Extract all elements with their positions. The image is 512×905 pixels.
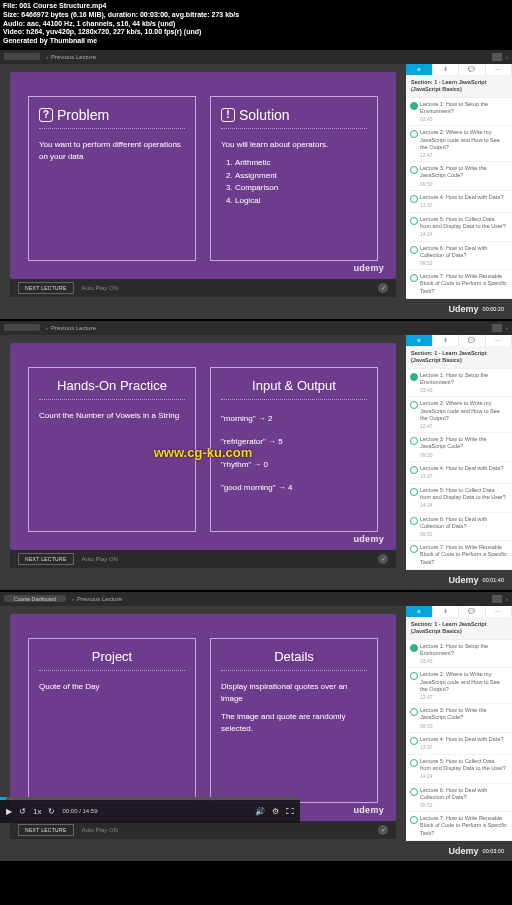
chevron-right-icon[interactable]: › bbox=[506, 54, 508, 60]
panel-tabs: ≡ ⬇ 💬 ⋯ bbox=[406, 335, 512, 346]
tab-curriculum[interactable]: ≡ bbox=[406, 64, 433, 75]
lecture-item[interactable]: Lecture 1: How to Setup the Environment?… bbox=[406, 98, 512, 127]
volume-icon[interactable]: 🔊 bbox=[255, 807, 265, 816]
lecture-item[interactable]: Lecture 7: How to Write Reusable Block o… bbox=[406, 541, 512, 569]
lecture-title: Lecture 1: How to Setup the Environment? bbox=[420, 101, 507, 115]
card-title: Hands-On Practice bbox=[39, 378, 185, 400]
lecture-item[interactable]: Lecture 5: How to Collect Data from and … bbox=[406, 484, 512, 513]
chevron-right-icon[interactable]: › bbox=[506, 596, 508, 602]
brand-bar: Udemy00:00:20 bbox=[0, 299, 512, 319]
previous-lecture-button[interactable]: ‹Previous Lecture bbox=[46, 54, 96, 60]
brand-bar: Udemy00:01:40 bbox=[0, 570, 512, 590]
previous-lecture-button[interactable]: ‹Previous Lecture bbox=[46, 325, 96, 331]
lecture-title: Lecture 6: How to Deal with Collection o… bbox=[420, 245, 507, 259]
tab-more[interactable]: ⋯ bbox=[486, 64, 513, 75]
lecture-item[interactable]: Lecture 7: How to Write Reusable Block o… bbox=[406, 270, 512, 298]
lecture-item[interactable]: Lecture 5: How to Collect Data from and … bbox=[406, 755, 512, 784]
tab-more[interactable]: ⋯ bbox=[486, 335, 513, 346]
lecture-item[interactable]: Lecture 2: Where to Write my JavaScript … bbox=[406, 397, 512, 433]
lecture-duration: 09:52 bbox=[420, 531, 507, 538]
autoplay-label[interactable]: Auto Play ON bbox=[82, 827, 118, 833]
problem-card: ?Problem You want to perform different o… bbox=[28, 96, 196, 261]
lecture-title: Lecture 3: How to Write the JavaScript C… bbox=[420, 707, 507, 721]
lecture-title: Lecture 3: How to Write the JavaScript C… bbox=[420, 436, 507, 450]
lecture-item[interactable]: Lecture 6: How to Deal with Collection o… bbox=[406, 242, 512, 271]
lecture-duration: 09:52 bbox=[420, 802, 507, 809]
slide: Hands-On Practice Count the Number of Vo… bbox=[10, 343, 396, 550]
complete-check-icon[interactable]: ✓ bbox=[378, 283, 388, 293]
lecture-item[interactable]: Lecture 1: How to Setup the Environment?… bbox=[406, 369, 512, 398]
chevron-left-icon: ‹ bbox=[72, 596, 74, 602]
slide: Project Quote of the Day Details Display… bbox=[10, 614, 396, 821]
fullscreen-icon[interactable]: ⛶ bbox=[286, 807, 294, 816]
card-body: Count the Number of Vowels in a String bbox=[39, 410, 185, 422]
play-icon[interactable]: ▶ bbox=[6, 807, 12, 816]
autoplay-label[interactable]: Auto Play ON bbox=[82, 285, 118, 291]
lecture-item[interactable]: Lecture 4: How to Deal with Data?13:37 bbox=[406, 733, 512, 755]
lecture-topbar: ‹Previous Lecture › bbox=[0, 321, 512, 335]
tab-download[interactable]: ⬇ bbox=[433, 606, 460, 617]
lecture-item[interactable]: Lecture 4: How to Deal with Data?13:37 bbox=[406, 462, 512, 484]
brand-label: Udemy bbox=[449, 846, 479, 856]
exclaim-icon: ! bbox=[221, 108, 235, 122]
lecture-title: Lecture 7: How to Write Reusable Block o… bbox=[420, 273, 507, 294]
brand-label: Udemy bbox=[449, 575, 479, 585]
lecture-item[interactable]: Lecture 6: How to Deal with Collection o… bbox=[406, 513, 512, 542]
next-lecture-button[interactable]: NEXT LECTURE bbox=[18, 553, 74, 565]
lecture-title: Lecture 5: How to Collect Data from and … bbox=[420, 758, 507, 772]
tab-download[interactable]: ⬇ bbox=[433, 64, 460, 75]
tab-more[interactable]: ⋯ bbox=[486, 606, 513, 617]
lecture-duration: 14:24 bbox=[420, 773, 507, 780]
lecture-title: Lecture 6: How to Deal with Collection o… bbox=[420, 516, 507, 530]
lecture-item[interactable]: Lecture 3: How to Write the JavaScript C… bbox=[406, 162, 512, 191]
loop-icon[interactable]: ↻ bbox=[48, 807, 55, 816]
lecture-item[interactable]: Lecture 6: How to Deal with Collection o… bbox=[406, 784, 512, 813]
card-title: Project bbox=[39, 649, 185, 671]
flag-icon bbox=[492, 53, 502, 61]
lecture-item[interactable]: Lecture 5: How to Collect Data from and … bbox=[406, 213, 512, 242]
lecture-item[interactable]: Lecture 3: How to Write the JavaScript C… bbox=[406, 433, 512, 462]
lecture-item[interactable]: Lecture 1: How to Setup the Environment?… bbox=[406, 640, 512, 669]
course-dashboard-pill[interactable] bbox=[4, 53, 40, 60]
lecture-item[interactable]: Lecture 3: How to Write the JavaScript C… bbox=[406, 704, 512, 733]
complete-check-icon[interactable]: ✓ bbox=[378, 825, 388, 835]
lecture-item[interactable]: Lecture 2: Where to Write my JavaScript … bbox=[406, 668, 512, 704]
panel-tabs: ≡ ⬇ 💬 ⋯ bbox=[406, 606, 512, 617]
lecture-duration: 14:24 bbox=[420, 231, 507, 238]
tab-curriculum[interactable]: ≡ bbox=[406, 335, 433, 346]
previous-lecture-button[interactable]: ‹Previous Lecture bbox=[72, 596, 122, 602]
list-item: Assignment bbox=[235, 170, 367, 183]
tab-curriculum[interactable]: ≡ bbox=[406, 606, 433, 617]
meta-line: Audio: aac, 44100 Hz, 1 channels, s16, 4… bbox=[3, 20, 509, 29]
lecture-botbar: NEXT LECTURE Auto Play ON ✓ bbox=[10, 821, 396, 839]
lecture-duration: 14:24 bbox=[420, 502, 507, 509]
lecture-title: Lecture 7: How to Write Reusable Block o… bbox=[420, 544, 507, 565]
solution-card: !Solution You will learn about operators… bbox=[210, 96, 378, 261]
course-dashboard-pill[interactable]: Course Dashboard bbox=[4, 595, 66, 602]
settings-icon[interactable]: ⚙ bbox=[272, 807, 279, 816]
tab-discuss[interactable]: 💬 bbox=[459, 335, 486, 346]
tab-discuss[interactable]: 💬 bbox=[459, 606, 486, 617]
tab-download[interactable]: ⬇ bbox=[433, 335, 460, 346]
video-stage: ?Problem You want to perform different o… bbox=[0, 64, 406, 299]
lecture-duration: 03:45 bbox=[420, 116, 507, 123]
lecture-item[interactable]: Lecture 2: Where to Write my JavaScript … bbox=[406, 126, 512, 162]
io-line: "morning" → 2 bbox=[221, 414, 367, 423]
card-body: Quote of the Day bbox=[39, 681, 185, 693]
section-header: Section: 1 - Learn JavaScript (JavaScrip… bbox=[406, 346, 512, 369]
lecture-item[interactable]: Lecture 7: How to Write Reusable Block o… bbox=[406, 812, 512, 840]
flag-icon bbox=[492, 595, 502, 603]
next-lecture-button[interactable]: NEXT LECTURE bbox=[18, 282, 74, 294]
video-player-controls: ▶ ↺ 1x ↻ 00:00 / 14:59 🔊 ⚙ ⛶ bbox=[0, 797, 300, 823]
speed-icon[interactable]: 1x bbox=[33, 807, 41, 816]
thumbnail-frame-2: ‹Previous Lecture › www.cg-ku.com Hands-… bbox=[0, 321, 512, 590]
chevron-right-icon[interactable]: › bbox=[506, 325, 508, 331]
lecture-item[interactable]: Lecture 4: How to Deal with Data?13:37 bbox=[406, 191, 512, 213]
next-lecture-button[interactable]: NEXT LECTURE bbox=[18, 824, 74, 836]
rewind-icon[interactable]: ↺ bbox=[19, 807, 26, 816]
course-dashboard-pill[interactable] bbox=[4, 324, 40, 331]
lecture-title: Lecture 4: How to Deal with Data? bbox=[420, 194, 507, 201]
autoplay-label[interactable]: Auto Play ON bbox=[82, 556, 118, 562]
complete-check-icon[interactable]: ✓ bbox=[378, 554, 388, 564]
tab-discuss[interactable]: 💬 bbox=[459, 64, 486, 75]
